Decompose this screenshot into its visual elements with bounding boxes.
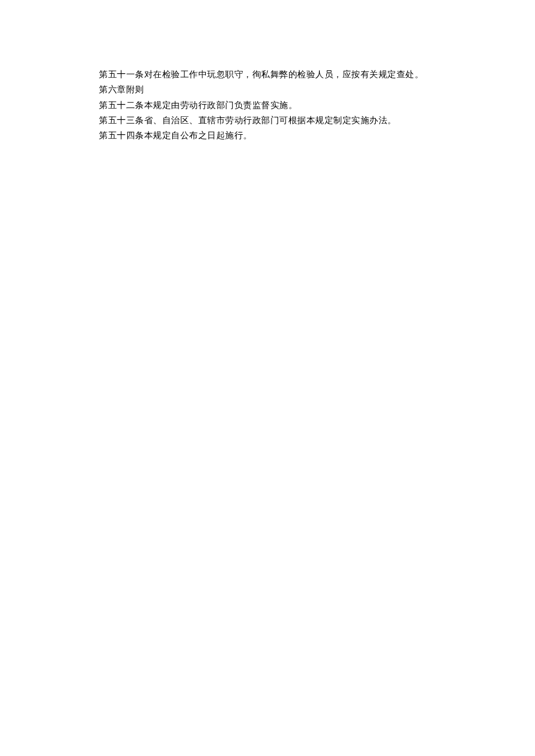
chapter-6-heading: 第六章附则 — [99, 82, 436, 97]
article-54: 第五十四条本规定自公布之日起施行。 — [99, 128, 436, 143]
article-53: 第五十三条省、自治区、直辖市劳动行政部门可根据本规定制定实施办法。 — [99, 113, 436, 128]
article-51: 第五十一条对在检验工作中玩忽职守，徇私舞弊的检验人员，应按有关规定查处。 — [99, 67, 436, 82]
article-52: 第五十二条本规定由劳动行政部门负责监督实施。 — [99, 98, 436, 113]
